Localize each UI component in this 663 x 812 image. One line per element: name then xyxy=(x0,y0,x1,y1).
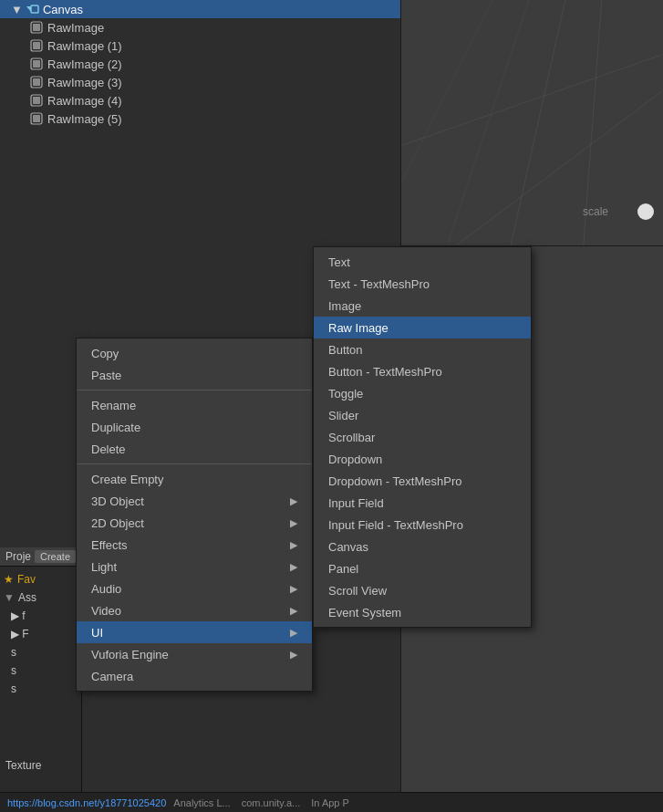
svg-line-14 xyxy=(511,0,565,245)
project-sub-s3[interactable]: s xyxy=(0,680,81,698)
menu-item-rename[interactable]: Rename xyxy=(77,394,312,416)
svg-rect-1 xyxy=(31,5,38,13)
ui-submenu-item-buttontextmeshpro[interactable]: Button - TextMeshPro xyxy=(314,360,531,382)
project-panel: Proje Create ★ Fav ▼ Ass ▶ f ▶ F s s s T… xyxy=(0,547,82,792)
menu-item-audio[interactable]: Audio▶ xyxy=(77,578,312,599)
menu-item-2dobject[interactable]: 2D Object▶ xyxy=(77,512,312,534)
context-menu-primary: CopyPasteRenameDuplicateDeleteCreate Emp… xyxy=(76,338,313,692)
project-sub-f1[interactable]: ▶ f xyxy=(0,607,81,625)
ui-submenu-item-panel[interactable]: Panel xyxy=(314,557,531,579)
canvas-icon xyxy=(25,2,39,16)
project-tree: ★ Fav ▼ Ass ▶ f ▶ F s s s xyxy=(0,567,81,702)
menu-item-ui[interactable]: UI▶ xyxy=(77,621,312,643)
hierarchy-item-rawimage(2)[interactable]: RawImage (2) xyxy=(0,55,400,73)
hierarchy-item-rawimage(4)[interactable]: RawImage (4) xyxy=(0,91,400,109)
ui-submenu-item-scrollbar[interactable]: Scrollbar xyxy=(314,426,531,448)
rawimage-icon xyxy=(29,38,44,53)
scale-handle[interactable] xyxy=(637,203,654,220)
svg-rect-5 xyxy=(33,42,40,49)
menu-item-duplicate[interactable]: Duplicate xyxy=(77,416,312,438)
menu-item-delete[interactable]: Delete xyxy=(77,438,312,460)
menu-item-3dobject[interactable]: 3D Object▶ xyxy=(77,490,312,512)
submenu-arrow-icon: ▶ xyxy=(290,627,297,639)
submenu-arrow-icon: ▶ xyxy=(290,495,297,507)
project-sub-s2[interactable]: s xyxy=(0,661,81,680)
rawimage-icon xyxy=(29,57,44,71)
menu-divider xyxy=(77,463,312,464)
ui-submenu-item-rawimage[interactable]: Raw Image xyxy=(314,317,531,338)
favorites-item[interactable]: ★ Fav xyxy=(0,570,81,588)
ui-submenu-item-dropdown[interactable]: Dropdown xyxy=(314,448,531,470)
menu-item-camera[interactable]: Camera xyxy=(77,665,312,687)
ui-submenu-item-eventsystem[interactable]: Event System xyxy=(314,601,531,623)
bottom-bar-link[interactable]: https://blog.csdn.net/y18771025420 xyxy=(7,797,166,808)
menu-item-light[interactable]: Light▶ xyxy=(77,556,312,578)
project-title: Proje xyxy=(5,550,31,563)
rawimage-icon xyxy=(29,93,44,108)
svg-rect-3 xyxy=(33,24,40,31)
menu-item-copy[interactable]: Copy xyxy=(77,342,312,364)
project-header: Proje Create xyxy=(0,547,81,567)
bottom-bar-item-2: com.unity.a... xyxy=(242,797,301,808)
submenu-arrow-icon: ▶ xyxy=(290,583,297,595)
ui-submenu-item-inputfieldtextmeshpro[interactable]: Input Field - TextMeshPro xyxy=(314,514,531,536)
rawimage-icon xyxy=(29,75,44,89)
create-button[interactable]: Create xyxy=(35,550,76,563)
ui-submenu-item-dropdowntextmeshpro[interactable]: Dropdown - TextMeshPro xyxy=(314,470,531,492)
svg-rect-11 xyxy=(33,97,40,104)
rawimage-icon xyxy=(29,20,44,35)
ui-submenu-item-slider[interactable]: Slider xyxy=(314,404,531,426)
scale-label: scale xyxy=(583,205,608,218)
ui-submenu-item-image[interactable]: Image xyxy=(314,295,531,317)
ui-submenu-item-texttextmeshpro[interactable]: Text - TextMeshPro xyxy=(314,273,531,295)
project-sub-f2[interactable]: ▶ F xyxy=(0,625,81,643)
svg-rect-9 xyxy=(33,78,40,86)
svg-rect-13 xyxy=(33,115,40,122)
submenu-arrow-icon: ▶ xyxy=(290,649,297,661)
svg-line-19 xyxy=(402,0,493,182)
menu-item-paste[interactable]: Paste xyxy=(77,364,312,386)
hierarchy-item-rawimage(3)[interactable]: RawImage (3) xyxy=(0,73,400,91)
ui-submenu-item-toggle[interactable]: Toggle xyxy=(314,382,531,404)
svg-rect-7 xyxy=(33,60,40,68)
submenu-arrow-icon: ▶ xyxy=(290,561,297,573)
context-menu-ui-submenu: TextText - TextMeshProImageRaw ImageButt… xyxy=(313,246,532,628)
hierarchy-item-rawimage(1)[interactable]: RawImage (1) xyxy=(0,36,400,55)
menu-item-vuforiaengine[interactable]: Vuforia Engine▶ xyxy=(77,643,312,665)
hierarchy-item-rawimage(5)[interactable]: RawImage (5) xyxy=(0,109,400,128)
menu-item-createempty[interactable]: Create Empty xyxy=(77,468,312,490)
assets-item[interactable]: ▼ Ass xyxy=(0,588,81,607)
bottom-bar-item-3: In App P xyxy=(311,797,349,808)
ui-submenu-item-canvas[interactable]: Canvas xyxy=(314,536,531,557)
hierarchy-item-canvas[interactable]: ▼ Canvas xyxy=(0,0,400,18)
submenu-arrow-icon: ▶ xyxy=(290,517,297,529)
svg-line-18 xyxy=(447,0,529,245)
ui-submenu-item-inputfield[interactable]: Input Field xyxy=(314,492,531,514)
viewport: scale xyxy=(401,0,663,246)
hierarchy-item-rawimage[interactable]: RawImage xyxy=(0,18,400,36)
project-sub-s1[interactable]: s xyxy=(0,643,81,661)
menu-item-video[interactable]: Video▶ xyxy=(77,599,312,621)
submenu-arrow-icon: ▶ xyxy=(290,605,297,617)
bottom-bar: https://blog.csdn.net/y18771025420 Analy… xyxy=(0,792,663,812)
submenu-arrow-icon: ▶ xyxy=(290,539,297,551)
menu-item-effects[interactable]: Effects▶ xyxy=(77,534,312,556)
ui-submenu-item-button[interactable]: Button xyxy=(314,338,531,360)
texture-label: Texture xyxy=(5,759,41,772)
ui-submenu-item-scrollview[interactable]: Scroll View xyxy=(314,579,531,601)
menu-divider xyxy=(77,390,312,390)
svg-line-16 xyxy=(402,55,663,146)
ui-submenu-item-text[interactable]: Text xyxy=(314,251,531,273)
svg-line-17 xyxy=(456,91,662,245)
rawimage-icon xyxy=(29,111,44,126)
bottom-bar-item-1: Analytics L... xyxy=(173,797,230,808)
